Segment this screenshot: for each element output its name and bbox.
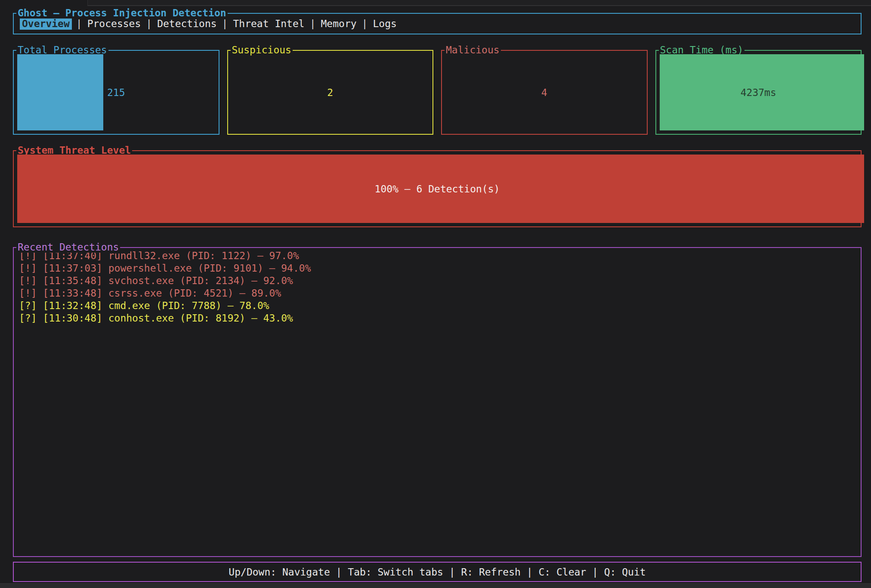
stat-suspicious: Suspicious 2 (227, 50, 434, 135)
recent-detections-panel: Recent Detections [!] [11:37:40] rundll3… (13, 247, 862, 557)
stat-scan-time: Scan Time (ms) 4237ms (655, 50, 862, 135)
tab-separator: | (358, 18, 372, 29)
tab-separator: | (218, 18, 232, 29)
tab-detections[interactable]: Detections (156, 18, 217, 30)
detection-row[interactable]: [!] [11:35:48] svchost.exe (PID: 2134) —… (19, 275, 856, 287)
ghost-tui-screen: Ghost — Process Injection Detection Over… (0, 0, 871, 588)
suspicious-value: 2 (228, 51, 433, 134)
tab-separator: | (72, 18, 86, 29)
tab-memory[interactable]: Memory (320, 18, 358, 30)
threat-level-value: 100% — 6 Detection(s) (14, 151, 861, 226)
recent-detections-title: Recent Detections (16, 241, 120, 253)
total-processes-value: 215 (14, 51, 219, 134)
tab-separator: | (142, 18, 156, 29)
terminal-edge-bottom (0, 583, 871, 588)
malicious-value: 4 (442, 51, 647, 134)
detections-list: [!] [11:37:40] rundll32.exe (PID: 1122) … (14, 248, 861, 326)
help-text: Up/Down: Navigate | Tab: Switch tabs | R… (229, 566, 646, 578)
threat-level-panel: System Threat Level 100% — 6 Detection(s… (13, 150, 862, 227)
detection-row[interactable]: [!] [11:37:40] rundll32.exe (PID: 1122) … (19, 250, 856, 262)
tabbar-panel: Ghost — Process Injection Detection Over… (13, 13, 862, 34)
detection-row[interactable]: [!] [11:33:48] csrss.exe (PID: 4521) — 8… (19, 287, 856, 300)
detection-row[interactable]: [?] [11:30:48] conhost.exe (PID: 8192) —… (19, 312, 856, 325)
stat-malicious: Malicious 4 (441, 50, 648, 135)
help-bar: Up/Down: Navigate | Tab: Switch tabs | R… (13, 562, 862, 582)
stats-row: Total Processes 215 Suspicious 2 Malicio… (13, 50, 862, 135)
app-title: Ghost — Process Injection Detection (16, 7, 228, 19)
detection-row[interactable]: [?] [11:32:48] cmd.exe (PID: 7788) — 78.… (19, 300, 856, 312)
tab-overview[interactable]: Overview (20, 18, 72, 30)
scan-time-value: 4237ms (656, 51, 861, 134)
stat-total-processes: Total Processes 215 (13, 50, 219, 135)
tab-separator: | (306, 18, 320, 29)
tab-processes[interactable]: Processes (86, 18, 142, 30)
detection-row[interactable]: [!] [11:37:03] powershell.exe (PID: 9101… (19, 262, 856, 275)
tab-logs[interactable]: Logs (372, 18, 397, 30)
tab-threat-intel[interactable]: Threat Intel (232, 18, 305, 30)
